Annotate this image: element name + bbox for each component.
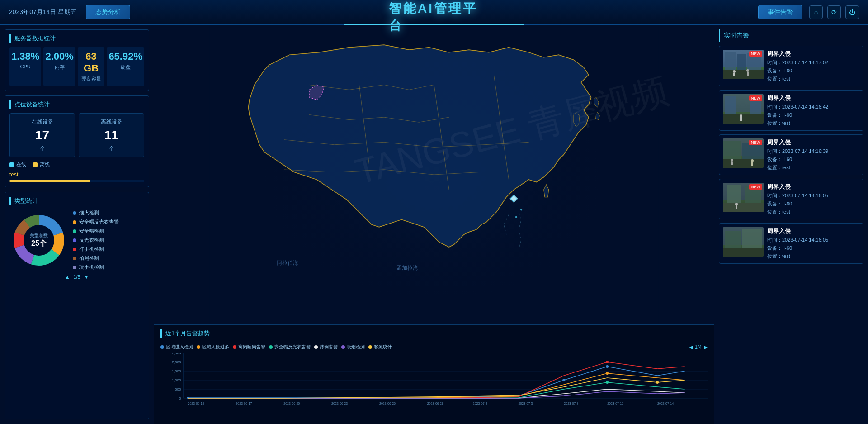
legend-dot-2 [233,345,236,349]
page-title: 智能AI管理平台 [389,0,479,34]
trend-chart-svg: 0 500 1,000 1,500 2,000 2,500 2023-06-14… [160,353,708,407]
svg-rect-59 [723,114,764,124]
disk-capacity-value: 63 GB [80,51,103,74]
online-label: 在线设备 [14,118,70,126]
svg-text:2023-06-17: 2023-06-17 [236,402,252,405]
alert-new-badge-3: NEW [749,184,762,190]
alert-time-2: 时间：2023-07-14 14:16:39 [767,148,859,155]
svg-text:2,500: 2,500 [172,353,181,355]
chart-next[interactable]: ▶ [704,344,708,350]
svg-text:0: 0 [179,396,181,400]
alert-img-2: NEW [723,138,764,168]
alert-type-1: 周界入侵 [767,94,859,102]
offline-device-card: 离线设备 11 个 [79,113,144,157]
alert-button[interactable]: 事件告警 [758,5,802,19]
legend-dot-6 [368,345,372,349]
header-left: 2023年07月14日 星期五 态势分析 [9,5,130,19]
svg-text:1,000: 1,000 [172,378,181,382]
svg-rect-65 [723,159,764,168]
online-count: 17 [14,128,70,143]
home-icon[interactable]: ⌂ [809,5,823,19]
cpu-stat: 1.38% CPU [9,47,41,86]
svg-rect-69 [751,162,753,166]
alert-time-1: 时间：2023-07-14 14:16:42 [767,104,859,110]
svg-point-46 [656,381,659,384]
alert-info-1: 周界入侵 时间：2023-07-14 14:16:42 设备：II-60 位置：… [767,94,859,127]
type-dot-0 [73,211,76,215]
alert-location-1: 位置：test [767,120,859,127]
type-legend-item-4: 打手机检测 [73,246,144,252]
svg-point-54 [746,69,749,72]
server-stats-title: 服务器数据统计 [9,34,144,43]
type-dot-5 [73,257,76,260]
svg-text:2023-06-23: 2023-06-23 [331,402,348,405]
alert-info-2: 周界入侵 时间：2023-07-14 14:16:39 设备：II-60 位置：… [767,138,859,171]
disk-label: 硬盘 [108,64,142,71]
type-dot-1 [73,220,76,224]
svg-text:500: 500 [175,387,181,391]
type-pagination: ▲ 1/5 ▼ [9,274,144,280]
svg-rect-48 [725,52,736,70]
alert-new-badge-0: NEW [749,51,762,57]
device-stats-title: 点位设备统计 [9,100,144,109]
refresh-icon[interactable]: ⟳ [827,5,841,19]
alert-info-3: 周界入侵 时间：2023-07-14 14:16:05 设备：II-60 位置：… [767,183,859,215]
legend-3: 安全帽反光衣告警 [269,344,311,350]
alert-img-1: NEW [723,94,764,124]
type-stats-panel: 类型统计 [5,192,149,419]
alert-time-4: 时间：2023-07-14 14:16:05 [767,237,859,243]
svg-point-42 [606,365,609,368]
svg-rect-77 [725,231,741,248]
type-legend-item-6: 玩手机检测 [73,264,144,271]
svg-rect-75 [736,205,737,209]
type-prev-icon[interactable]: ▲ [65,274,70,280]
alert-time-0: 时间：2023-07-14 14:17:02 [767,59,859,66]
analysis-button[interactable]: 态势分析 [86,5,130,19]
donut-center-label: 关型总数 [30,232,48,238]
svg-text:阿拉伯海: 阿拉伯海 [277,260,298,266]
alert-card-1: NEW 周界入侵 时间：2023-07-14 14:16:42 设备：II-60… [719,90,863,131]
type-content: 关型总数 25个 烟火检测 安全帽反光衣告警 安全帽检测 [9,210,144,271]
alert-type-0: 周界入侵 [767,50,859,58]
header-date: 2023年07月14日 星期五 [9,8,77,16]
alert-card-4: 周界入侵 时间：2023-07-14 14:16:05 设备：II-60 位置：… [719,223,863,264]
svg-rect-49 [737,54,746,70]
type-legend-item-2: 安全帽检测 [73,228,144,234]
legend-dot-1 [197,345,200,349]
svg-point-66 [731,159,733,162]
type-dot-2 [73,229,76,233]
svg-rect-67 [731,162,733,165]
alert-scene-svg-4 [723,227,764,257]
chart-prev[interactable]: ◀ [689,344,693,350]
type-legend-item-3: 反光衣检测 [73,237,144,243]
alert-location-4: 位置：test [767,253,859,260]
alert-location-3: 位置：test [767,209,859,215]
svg-rect-53 [733,73,735,76]
svg-rect-64 [742,143,764,159]
device-legend: 在线 离线 [9,161,144,168]
online-device-card: 在线设备 17 个 [9,113,75,157]
alert-type-3: 周界入侵 [767,183,859,191]
alert-new-badge-2: NEW [749,140,762,145]
china-map-svg: TANGSEE 青犀视频 阿拉伯海 孟加拉湾 [154,25,714,324]
alert-device-3: 设备：II-60 [767,200,859,207]
legend-4: 摔倒告警 [314,344,338,350]
legend-1: 区域人数过多 [197,344,229,350]
type-next-icon[interactable]: ▼ [84,274,89,280]
location-bar: test [9,172,144,182]
svg-rect-78 [742,229,762,248]
right-panel-title: 实时告警 [719,29,863,42]
svg-point-44 [606,361,609,363]
alert-location-2: 位置：test [767,164,859,171]
svg-rect-57 [725,96,736,114]
alert-device-0: 设备：II-60 [767,67,859,74]
svg-text:2023-07-2: 2023-07-2 [473,402,487,405]
svg-text:2023-06-29: 2023-06-29 [427,402,443,405]
chart-title: 近1个月告警趋势 [160,329,210,338]
type-dot-6 [73,266,76,269]
power-icon[interactable]: ⏻ [845,5,859,19]
alert-device-2: 设备：II-60 [767,156,859,163]
svg-rect-71 [727,185,741,203]
chart-pagination: ◀ 1/4 ▶ [689,344,708,350]
alert-info-0: 周界入侵 时间：2023-07-14 14:17:02 设备：II-60 位置：… [767,50,859,82]
